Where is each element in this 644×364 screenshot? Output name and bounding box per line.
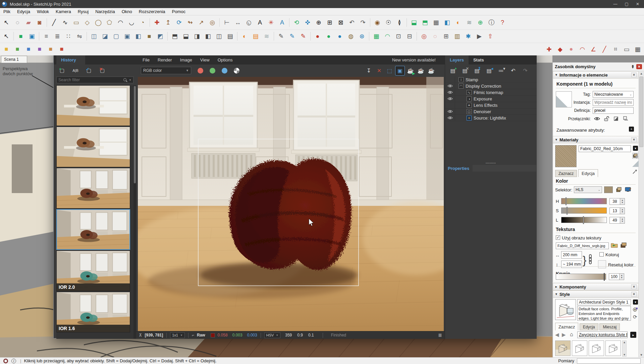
render-view[interactable]: [138, 77, 444, 331]
tab-stats[interactable]: Stats: [469, 55, 489, 64]
toolbar-icon-back-edges[interactable]: ◪: [100, 32, 110, 41]
follow-mouse[interactable]: ▣: [395, 66, 405, 75]
toolbar-icon-model-info[interactable]: ⓘ: [486, 18, 496, 28]
render-last[interactable]: ☕: [416, 66, 425, 75]
history-thumbnail-1[interactable]: [56, 85, 130, 126]
measurements-input[interactable]: [577, 358, 641, 364]
toolbar-icon-instructor[interactable]: ?: [497, 18, 507, 28]
toolbar-icon-advanced-camera[interactable]: ⊞: [441, 32, 451, 41]
texture-width-field[interactable]: 200 mm: [561, 251, 582, 259]
visibility-eye-icon[interactable]: [445, 77, 455, 83]
load-layer-tree[interactable]: ▤◂: [485, 66, 493, 75]
style-thumbnail-3[interactable]: [589, 340, 604, 356]
toolbar-icon-layout-grid[interactable]: ▦: [633, 44, 643, 54]
opacity-value[interactable]: 100: [609, 273, 620, 280]
pixel-scale-dropdown[interactable]: 1x1▼: [170, 332, 185, 338]
toolbar-icon-box-yellow[interactable]: ■: [1, 44, 11, 54]
toolbar-icon-zoom-window[interactable]: ⊞: [325, 18, 335, 28]
geolocation-icon[interactable]: [3, 359, 8, 363]
tray-close-icon[interactable]: ✕: [636, 64, 642, 69]
toolbar-icon-style-marker[interactable]: ✎: [298, 32, 308, 41]
vfb-menu-options[interactable]: Options: [214, 57, 236, 62]
save-current-image[interactable]: ↧: [364, 66, 373, 75]
toolbar-icon-dynamic-components[interactable]: ✱: [463, 32, 473, 41]
toolbar-icon-monochrome[interactable]: ◩: [155, 32, 165, 41]
style-thumbnail[interactable]: [555, 299, 576, 320]
toolbar-icon-style-pencil[interactable]: ✎: [276, 32, 286, 41]
style-thumbnail-4[interactable]: [605, 340, 621, 356]
load-from-history[interactable]: ▢✓: [85, 66, 93, 75]
toolbar-icon-draft-arc[interactable]: ◠: [577, 44, 587, 54]
style-description[interactable]: Default face colors. Profile, Extension …: [577, 306, 631, 321]
lock-toggle-icon[interactable]: [602, 115, 611, 122]
toolbar-icon-push-pull[interactable]: ↥: [163, 18, 173, 28]
saturation-spinner[interactable]: ▲▼: [620, 208, 625, 214]
toolbar-icon-previous-view[interactable]: ↶: [347, 18, 357, 28]
render-with-vray[interactable]: ☕▶: [406, 66, 415, 75]
toolbar-icon-paint-bucket[interactable]: ◙: [35, 18, 45, 28]
display-secondary-pane-icon[interactable]: ▾: [633, 146, 638, 151]
color-selector-dropdown[interactable]: HLS⌄: [574, 186, 602, 193]
toolbar-icon-next-view[interactable]: ↷: [358, 18, 368, 28]
sample-paint-icon[interactable]: [632, 160, 639, 167]
style-thumbnail-1[interactable]: [555, 340, 571, 356]
match-model-color-icon[interactable]: [615, 186, 623, 193]
compare-ab[interactable]: A|B: [71, 66, 80, 75]
toolbar-icon-sphere-textured[interactable]: ◍: [346, 32, 356, 41]
toolbar-icon-arc[interactable]: ◠: [115, 18, 125, 28]
history-thumbnail-5[interactable]: IOR 2.0: [56, 251, 130, 291]
history-thumbnail-4[interactable]: [56, 209, 130, 250]
info-icon[interactable]: i: [11, 359, 16, 363]
log-icon[interactable]: ≣: [438, 332, 442, 338]
tab-edit[interactable]: Edycja: [580, 323, 598, 330]
section-header-materials[interactable]: ▼ Materiały ✕: [553, 136, 639, 143]
vfb-menu-image[interactable]: Image: [176, 57, 196, 62]
visibility-eye-icon[interactable]: [445, 83, 455, 89]
scroll-up-icon[interactable]: ▲: [623, 341, 626, 344]
toolbar-icon-pan[interactable]: ✜: [303, 18, 313, 28]
toolbar-icon-box-red[interactable]: ■: [57, 44, 67, 54]
toolbar-icon-walk[interactable]: ≬: [394, 18, 405, 28]
colorspace-dropdown[interactable]: HSV▼: [264, 332, 281, 338]
tab-history[interactable]: History: [56, 55, 85, 64]
toolbar-icon-view-right[interactable]: ◧: [203, 32, 213, 41]
toolbar-icon-line[interactable]: ╱: [49, 18, 59, 28]
remove-from-history[interactable]: ▢✕: [98, 66, 107, 75]
hue-slider[interactable]: [561, 198, 607, 204]
toolbar-icon-fog-toggle[interactable]: ≋: [262, 32, 272, 41]
toolbar-icon-shadow-settings[interactable]: ▤: [251, 32, 261, 41]
toolbar-icon-match-photo[interactable]: ▦: [431, 18, 441, 28]
opacity-slider-marker[interactable]: [604, 273, 605, 281]
toolbar-icon-shadows[interactable]: ◐: [453, 18, 463, 28]
history-thumbnail-2[interactable]: [56, 127, 130, 167]
layer-row-stamp[interactable]: iStamp: [445, 77, 537, 83]
toolbar-icon-stamp-tool[interactable]: ⊡: [393, 32, 404, 41]
tab-layers[interactable]: Layers: [445, 55, 469, 64]
toolbar-icon-view-iso[interactable]: ⬒: [170, 32, 180, 41]
save-to-history[interactable]: ▢+: [58, 66, 66, 75]
back-arrow-icon[interactable]: ◀: [555, 332, 559, 338]
use-texture-checkbox[interactable]: ✓: [556, 235, 560, 240]
material-preview[interactable]: [555, 145, 577, 167]
layer-row-display-correction[interactable]: ◠Display Correction: [445, 83, 537, 89]
saturation-value[interactable]: 13: [609, 208, 620, 214]
toolbar-icon-hidden-line[interactable]: ▣: [122, 32, 132, 41]
alpha-channel-icon[interactable]: [234, 68, 239, 74]
blue-channel-icon[interactable]: [222, 68, 227, 74]
close-icon[interactable]: ✕: [636, 2, 639, 6]
menu-pomoc[interactable]: Pomoc: [169, 9, 189, 14]
layer-row-denoiser[interactable]: ◫Denoiser: [445, 108, 537, 115]
toolbar-icon-freehand[interactable]: ∿: [60, 18, 70, 28]
display-secondary-pane-icon[interactable]: ▾: [633, 300, 638, 305]
toolbar-icon-section-plane[interactable]: ⬓: [409, 18, 419, 28]
toolbar-icon-zoom-extents[interactable]: ⊠: [336, 18, 346, 28]
create-material-icon[interactable]: [632, 153, 639, 159]
l-slider-marker[interactable]: [583, 216, 584, 224]
layer-row-source-lightmix[interactable]: ¤Source: LightMix: [445, 115, 537, 121]
toolbar-icon-circle[interactable]: ◯: [93, 18, 103, 28]
toolbar-icon-draft-angle[interactable]: ∠: [588, 44, 598, 54]
history-scrollbar[interactable]: [133, 85, 136, 339]
toolbar-icon-smoove[interactable]: ◠: [382, 32, 392, 41]
toolbar-icon-xray-mode[interactable]: ◫: [89, 32, 99, 41]
cast-shadows-toggle-icon[interactable]: [622, 115, 630, 122]
